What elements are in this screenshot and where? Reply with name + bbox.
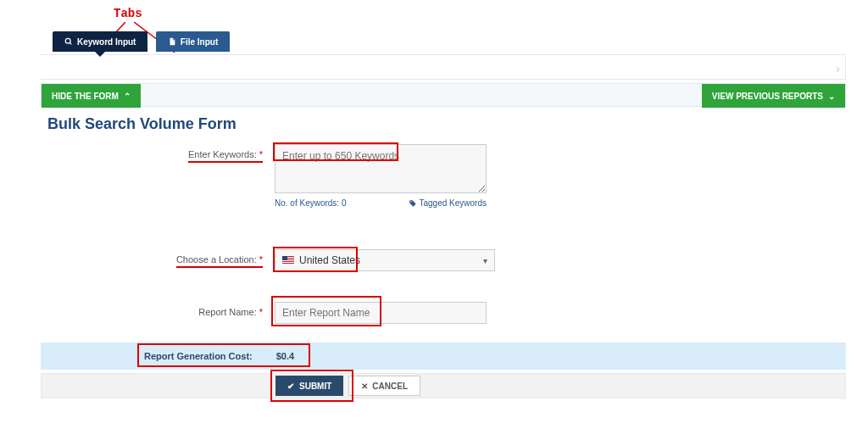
chevron-down-icon: ⌄ [828, 92, 835, 101]
report-name-label: Report Name:* [41, 302, 263, 317]
tab-label: File Input [181, 37, 218, 47]
tab-keyword-input[interactable]: Keyword Input [53, 31, 147, 52]
search-icon [64, 37, 73, 46]
submit-button[interactable]: ✔ SUBMIT [275, 376, 343, 396]
tagged-keywords-link[interactable]: Tagged Keywords [409, 198, 487, 208]
cost-row: Report Generation Cost: $0.4 [41, 343, 846, 370]
keywords-label: Enter Keywords:* [41, 144, 263, 163]
hide-form-label: HIDE THE FORM [52, 92, 119, 101]
chevron-up-icon: ⌃ [124, 92, 131, 101]
location-label: Choose a Location:* [41, 249, 263, 268]
keywords-textarea[interactable] [275, 144, 487, 193]
chevron-right-icon[interactable]: › [836, 62, 840, 75]
location-selected-text: United States [299, 254, 360, 266]
tabs-container: Keyword Input File Input › [41, 54, 846, 80]
report-name-input[interactable] [275, 302, 487, 324]
page-title: Bulk Search Volume Form [47, 115, 236, 133]
form-bar: HIDE THE FORM ⌃ VIEW PREVIOUS REPORTS ⌄ [41, 83, 846, 107]
cancel-button[interactable]: ✕ CANCEL [348, 376, 420, 396]
tag-icon [409, 199, 417, 208]
us-flag-icon [282, 256, 294, 265]
svg-line-3 [70, 42, 71, 44]
location-select[interactable]: United States ▾ [275, 249, 495, 271]
svg-point-2 [65, 38, 70, 43]
cancel-label: CANCEL [372, 382, 408, 391]
chevron-down-icon: ▾ [483, 256, 487, 265]
keywords-count-label: No. of Keywords: 0 [275, 198, 346, 208]
file-icon [168, 37, 176, 46]
annotation-tabs-label: Tabs [114, 7, 142, 20]
view-previous-reports-button[interactable]: VIEW PREVIOUS REPORTS ⌄ [702, 84, 845, 108]
cost-label: Report Generation Cost: [144, 351, 253, 361]
svg-point-4 [410, 201, 411, 202]
submit-label: SUBMIT [299, 382, 331, 391]
action-row: ✔ SUBMIT ✕ CANCEL [41, 373, 846, 398]
close-icon: ✕ [361, 382, 368, 391]
tab-file-input[interactable]: File Input [156, 31, 230, 52]
hide-form-button[interactable]: HIDE THE FORM ⌃ [42, 84, 141, 108]
check-icon: ✔ [287, 382, 294, 391]
view-previous-label: VIEW PREVIOUS REPORTS [712, 92, 823, 101]
cost-value: $0.4 [276, 351, 294, 361]
active-tab-pointer [95, 52, 105, 57]
tab-label: Keyword Input [77, 37, 136, 47]
